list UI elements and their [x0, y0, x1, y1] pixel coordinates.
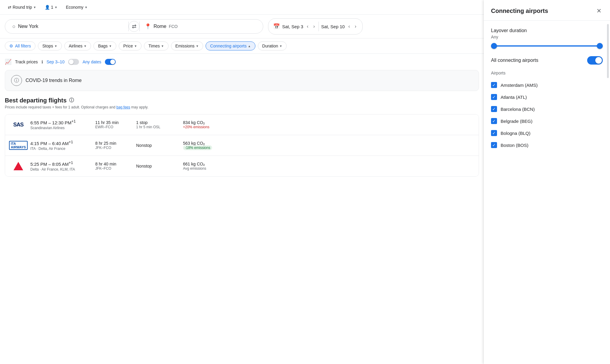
any-dates-thumb — [110, 59, 115, 64]
airport-item[interactable]: ✓Bologna (BLQ) — [491, 127, 603, 139]
passengers-button[interactable]: 👤 1 ▼ — [42, 3, 61, 11]
stops-main: Nonstop — [136, 143, 178, 148]
times-main: 5:25 PM – 8:05 AM+1 — [30, 161, 90, 167]
airport-item[interactable]: ✓Barcelona (BCN) — [491, 103, 603, 115]
times-filter[interactable]: Times ▼ — [144, 41, 169, 50]
flight-row[interactable]: SAS 6:55 PM – 12:30 PM+1 Scandinavian Ai… — [5, 114, 479, 135]
date1-text: Sat, Sep 3 — [282, 24, 303, 29]
flight-row[interactable]: ITAAIRWAYS 4:15 PM – 6:40 AM+1 ITA · Del… — [5, 135, 479, 156]
origin-text: New York — [18, 24, 38, 29]
bags-filter[interactable]: Bags ▼ — [93, 41, 116, 50]
panel-close-button[interactable]: ✕ — [595, 6, 603, 16]
airport-name: Atlanta (ATL) — [501, 95, 527, 100]
round-trip-button[interactable]: ⇄ Round trip ▼ — [5, 3, 39, 11]
check-icon: ✓ — [492, 95, 496, 99]
covid-text: COVID-19 trends in Rome — [26, 78, 82, 83]
date1-prev[interactable]: ‹ — [306, 23, 310, 30]
price-filter[interactable]: Price ▼ — [119, 41, 142, 50]
times-main: 4:15 PM – 6:40 AM+1 — [30, 140, 90, 146]
content-area: 📈 Track prices ℹ Sep 3–10 Any dates ⓘ CO… — [0, 54, 484, 181]
all-filters-button[interactable]: ⚙ All filters — [5, 41, 35, 50]
airlines-filter[interactable]: Airlines ▼ — [64, 41, 91, 50]
date-section: 📅 Sat, Sep 3 ‹ › Sat, Sep 10 ‹ › — [268, 18, 363, 35]
flight-emissions: 563 kg CO₂ -18% emissions — [183, 141, 219, 150]
airport-name: Bologna (BLQ) — [501, 131, 530, 136]
slider-thumb-left[interactable] — [491, 43, 497, 49]
track-label: Track prices — [15, 59, 38, 64]
duration-route: JFK–FCO — [95, 146, 131, 150]
search-inputs: ○ New York ⇄ 📍 Rome FCO — [5, 19, 263, 34]
flight-stops: Nonstop — [136, 164, 178, 168]
airport-checkbox[interactable]: ✓ — [491, 94, 497, 100]
flight-times: 5:25 PM – 8:05 AM+1 Delta · Air France, … — [30, 161, 90, 171]
origin-icon: ○ — [12, 23, 16, 30]
airport-item[interactable]: ✓Belgrade (BEG) — [491, 115, 603, 127]
airport-item[interactable]: ✓Atlanta (ATL) — [491, 91, 603, 103]
airlines-chevron: ▼ — [84, 44, 87, 48]
delta-logo — [14, 162, 23, 170]
stops-filter[interactable]: Stops ▼ — [38, 41, 62, 50]
airport-checkbox[interactable]: ✓ — [491, 106, 497, 112]
flight-row[interactable]: 5:25 PM – 8:05 AM+1 Delta · Air France, … — [5, 156, 479, 176]
emissions-filter[interactable]: Emissions ▼ — [171, 41, 203, 50]
airport-item[interactable]: ✓Boston (BOS) — [491, 139, 603, 151]
destination-code: FCO — [169, 24, 178, 29]
date-field-2[interactable]: Sat, Sep 10 — [321, 24, 345, 29]
destination-field[interactable]: 📍 Rome FCO — [140, 20, 261, 33]
person-icon: 👤 — [45, 5, 50, 10]
bag-fees-link[interactable]: bag fees — [116, 105, 130, 109]
date-field-1[interactable]: Sat, Sep 3 — [282, 24, 303, 29]
subtitle-text: Prices include required taxes + fees for… — [5, 105, 116, 109]
cabin-class-label: Economy — [66, 5, 83, 10]
cabin-class-button[interactable]: Economy ▼ — [63, 3, 90, 11]
check-icon: ✓ — [492, 107, 496, 111]
origin-field[interactable]: ○ New York — [8, 20, 128, 33]
track-prices-bar: 📈 Track prices ℹ Sep 3–10 Any dates — [5, 59, 479, 65]
duration-filter[interactable]: Duration ▼ — [258, 41, 287, 50]
date2-next[interactable]: › — [353, 23, 357, 30]
flight-emissions: 661 kg CO₂ Avg emissions — [183, 162, 219, 171]
all-airports-label: All connecting airports — [491, 58, 538, 63]
toggle-lg-thumb — [595, 57, 602, 64]
duration-label: Duration — [262, 44, 278, 48]
connecting-airports-filter[interactable]: Connecting airports ▲ — [206, 41, 255, 50]
flight-stops: Nonstop — [136, 143, 178, 148]
all-airports-toggle[interactable] — [587, 56, 603, 65]
covid-banner[interactable]: ⓘ COVID-19 trends in Rome — [5, 70, 479, 91]
track-info-icon[interactable]: ℹ — [41, 59, 43, 64]
trip-type-label: Round trip — [13, 5, 32, 10]
panel-header: Connecting airports ✕ — [484, 0, 610, 21]
airport-checkbox[interactable]: ✓ — [491, 130, 497, 136]
panel-body: Layover duration Any All connecting airp… — [484, 21, 610, 158]
airport-item[interactable]: ✓Amsterdam (AMS) — [491, 79, 603, 91]
check-icon: ✓ — [492, 143, 496, 147]
airport-checkbox[interactable]: ✓ — [491, 142, 497, 148]
airport-checkbox[interactable]: ✓ — [491, 82, 497, 88]
track-prices-toggle[interactable] — [68, 59, 79, 65]
airport-checkbox[interactable]: ✓ — [491, 118, 497, 124]
date2-prev[interactable]: ‹ — [347, 23, 351, 30]
flight-times: 6:55 PM – 12:30 PM+1 Scandinavian Airlin… — [30, 119, 90, 130]
airports-label: Airports — [491, 71, 603, 75]
connecting-airports-chevron: ▲ — [248, 44, 251, 48]
emissions-label: Avg emissions — [183, 166, 219, 171]
stops-chevron: ▼ — [54, 44, 57, 48]
stops-label: Stops — [42, 44, 53, 48]
bags-label: Bags — [98, 44, 108, 48]
info-icon[interactable]: ⓘ — [69, 97, 74, 104]
swap-button[interactable]: ⇄ — [129, 21, 139, 32]
stops-main: Nonstop — [136, 164, 178, 168]
slider-thumb-right[interactable] — [597, 43, 603, 49]
panel-scrollbar[interactable] — [607, 24, 609, 78]
airline-logo: SAS — [11, 120, 26, 129]
flight-duration: 8 hr 25 min JFK–FCO — [95, 141, 131, 150]
airline-logo: ITAAIRWAYS — [11, 141, 26, 150]
destination-text: Rome — [154, 24, 166, 29]
any-dates-toggle[interactable] — [105, 59, 116, 65]
range-slider[interactable] — [491, 45, 603, 47]
flight-times: 4:15 PM – 6:40 AM+1 ITA · Delta, Air Fra… — [30, 140, 90, 151]
section-title: Best departing flights ⓘ — [5, 97, 479, 104]
date1-next[interactable]: › — [312, 23, 316, 30]
date-divider — [319, 22, 319, 31]
passengers-chevron: ▼ — [54, 6, 57, 9]
